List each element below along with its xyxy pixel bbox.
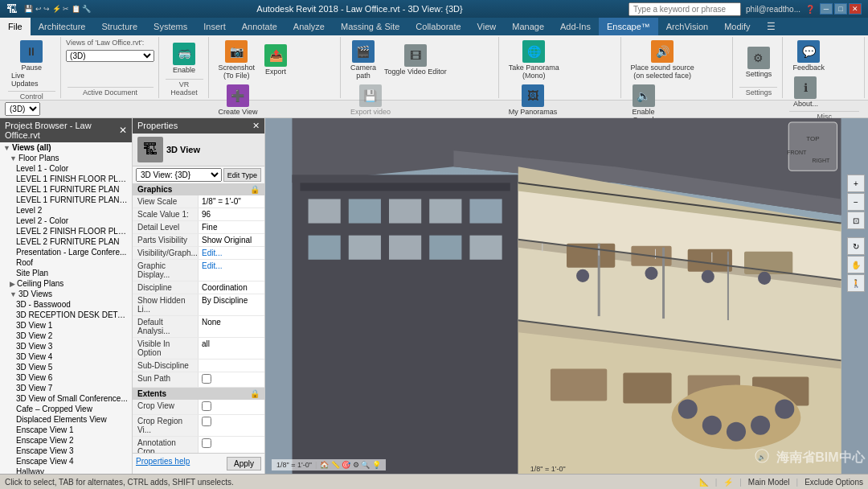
screenshot-button[interactable]: 📷 Screenshot (To File) bbox=[215, 39, 259, 81]
prop-value-discipline[interactable]: Coordination bbox=[199, 281, 264, 294]
view-type-selector[interactable]: 3D View: {3D} bbox=[136, 168, 222, 182]
pause-live-updates-button[interactable]: ⏸ Pause Live Updates bbox=[8, 39, 55, 89]
tree-item-level2-color[interactable]: Level 2 - Color bbox=[0, 216, 132, 226]
tree-item-floor-plans[interactable]: ▼Floor Plans bbox=[0, 153, 132, 163]
close-button[interactable]: ✕ bbox=[849, 3, 862, 14]
prop-value-visible-in-option[interactable]: all bbox=[199, 338, 264, 359]
prop-value-visibility[interactable]: Edit... bbox=[199, 247, 264, 259]
tree-item-3d-reception[interactable]: 3D RECEPTION DESK DETAIL bbox=[0, 310, 132, 320]
tree-item-level2[interactable]: Level 2 bbox=[0, 205, 132, 216]
views-dropdown[interactable]: (3D) bbox=[66, 50, 154, 62]
tree-item-ceiling-plans[interactable]: ▶Ceiling Plans bbox=[0, 278, 132, 289]
zoom-in-button[interactable]: + bbox=[847, 175, 865, 192]
tree-item-level2-finish[interactable]: LEVEL 2 FINISH FLOOR PLAN bbox=[0, 226, 132, 236]
tree-item-enscape3[interactable]: Enscape View 3 bbox=[0, 446, 132, 456]
tree-item-3d-view1[interactable]: 3D View 1 bbox=[0, 320, 132, 331]
tab-insert[interactable]: Insert bbox=[195, 18, 234, 35]
tree-item-presentation[interactable]: Presentation - Large Confere... bbox=[0, 247, 132, 257]
tree-item-3d-basswood[interactable]: 3D - Basswood bbox=[0, 299, 132, 310]
tree-item-cafe[interactable]: Cafe – Cropped View bbox=[0, 404, 132, 414]
tree-item-hallway[interactable]: Hallway bbox=[0, 466, 132, 474]
tree-item-views-all[interactable]: ▼Views (all) bbox=[0, 142, 132, 153]
tab-massing[interactable]: Massing & Site bbox=[333, 18, 407, 35]
tree-item-3d-view2[interactable]: 3D View 2 bbox=[0, 331, 132, 341]
prop-value-show-hidden[interactable]: By Discipline bbox=[199, 294, 264, 315]
annotation-crop-checkbox[interactable] bbox=[202, 438, 211, 448]
tree-item-roof[interactable]: Roof bbox=[0, 257, 132, 268]
create-view-button[interactable]: ➕ Create View bbox=[215, 83, 261, 117]
tab-collaborate[interactable]: Collaborate bbox=[407, 18, 469, 35]
tree-item-level2-furniture[interactable]: LEVEL 2 FURNITURE PLAN bbox=[0, 236, 132, 247]
prop-value-annotation-crop[interactable] bbox=[199, 437, 264, 453]
tree-item-3d-view3[interactable]: 3D View 3 bbox=[0, 341, 132, 351]
walk-view-button[interactable]: 🚶 bbox=[847, 274, 865, 292]
my-panoramas-button[interactable]: 🖼 My Panoramas bbox=[506, 83, 561, 117]
take-panorama-button[interactable]: 🌐 Take Panorama (Mono) bbox=[506, 39, 563, 81]
export-button[interactable]: 📤 Export bbox=[260, 43, 292, 77]
tree-item-enscape1[interactable]: Enscape View 1 bbox=[0, 425, 132, 435]
tab-extra[interactable]: ☰ bbox=[759, 18, 784, 35]
edit-type-button[interactable]: Edit Type bbox=[223, 168, 261, 182]
prop-value-sun-path[interactable] bbox=[199, 372, 264, 387]
prop-value-scale-value[interactable]: 96 bbox=[199, 208, 264, 220]
prop-value-sub-discipline[interactable] bbox=[199, 360, 264, 372]
enable-vr-button[interactable]: 🥽 Enable bbox=[168, 41, 200, 76]
tab-addins[interactable]: Add-Ins bbox=[552, 18, 599, 35]
tab-view[interactable]: View bbox=[469, 18, 505, 35]
active-view-dropdown[interactable]: (3D) bbox=[5, 102, 40, 116]
prop-value-default-analysis[interactable]: None bbox=[199, 316, 264, 337]
toggle-video-editor-button[interactable]: 🎞 Toggle Video Editor bbox=[381, 43, 450, 77]
settings-button[interactable]: ⚙ Settings bbox=[743, 45, 776, 80]
tree-item-enscape4[interactable]: Enscape View 4 bbox=[0, 456, 132, 466]
tree-item-3d-view7[interactable]: 3D View 7 bbox=[0, 383, 132, 393]
zoom-fit-button[interactable]: ⊡ bbox=[847, 212, 865, 229]
tab-file[interactable]: File bbox=[0, 18, 31, 35]
tab-structure[interactable]: Structure bbox=[93, 18, 145, 35]
prop-value-graphic-display[interactable]: Edit... bbox=[199, 260, 264, 281]
search-input[interactable] bbox=[628, 2, 741, 16]
prop-value-parts-visibility[interactable]: Show Original bbox=[199, 234, 264, 246]
prop-value-crop-region[interactable] bbox=[199, 415, 264, 436]
prop-value-crop-view[interactable] bbox=[199, 400, 264, 414]
tab-annotate[interactable]: Annotate bbox=[234, 18, 285, 35]
tab-systems[interactable]: Systems bbox=[145, 18, 195, 35]
props-section-extents[interactable]: Extents 🔒 bbox=[133, 388, 264, 400]
tab-modify[interactable]: Modify bbox=[716, 18, 758, 35]
properties-apply-button[interactable]: Apply bbox=[227, 457, 261, 471]
tree-item-displaced[interactable]: Displaced Elements View bbox=[0, 414, 132, 425]
properties-help-link[interactable]: Properties help bbox=[136, 457, 190, 471]
tree-item-site-plan[interactable]: Site Plan bbox=[0, 268, 132, 278]
prop-value-detail-level[interactable]: Fine bbox=[199, 221, 264, 233]
3d-view-canvas[interactable]: TOP FRONT RIGHT 海南省BIM中心 🔊 1/8" = 1'-0" … bbox=[265, 118, 868, 474]
tree-item-level1-furniture[interactable]: LEVEL 1 FURNITURE PLAN bbox=[0, 184, 132, 195]
tree-item-enscape2[interactable]: Enscape View 2 bbox=[0, 435, 132, 446]
maximize-button[interactable]: □ bbox=[834, 3, 847, 14]
props-section-graphics[interactable]: Graphics 🔒 bbox=[133, 183, 264, 195]
project-browser-header[interactable]: Project Browser - Law Office.rvt ✕ bbox=[0, 118, 132, 142]
tree-item-level1-furniture-l[interactable]: LEVEL 1 FURNITURE PLAN – L... bbox=[0, 195, 132, 205]
tab-analyze[interactable]: Analyze bbox=[285, 18, 333, 35]
zoom-out-button[interactable]: − bbox=[847, 193, 865, 211]
tree-item-3d-view4[interactable]: 3D View 4 bbox=[0, 351, 132, 362]
minimize-button[interactable]: ─ bbox=[820, 3, 833, 14]
tab-enscape[interactable]: Enscape™ bbox=[599, 18, 658, 35]
about-button[interactable]: ℹ About... bbox=[789, 75, 821, 109]
crop-view-checkbox[interactable] bbox=[202, 401, 211, 411]
place-sound-button[interactable]: 🔊 Place sound source (on selected face) bbox=[628, 39, 698, 81]
prop-value-view-scale[interactable]: 1/8" = 1'-0" bbox=[199, 195, 264, 208]
rotate-view-button[interactable]: ↻ bbox=[847, 237, 865, 255]
camera-path-button[interactable]: 🎬 Camera path bbox=[347, 39, 379, 81]
tree-item-3d-small-conf[interactable]: 3D View of Small Conference... bbox=[0, 393, 132, 404]
tab-manage[interactable]: Manage bbox=[504, 18, 552, 35]
tree-item-level1-finish[interactable]: LEVEL 1 FINISH FLOOR PLAN bbox=[0, 174, 132, 184]
pan-view-button[interactable]: ✋ bbox=[847, 256, 865, 273]
properties-close[interactable]: ✕ bbox=[252, 121, 260, 131]
tree-item-3d-views[interactable]: ▼3D Views bbox=[0, 289, 132, 299]
tree-item-level1-color[interactable]: Level 1 - Color bbox=[0, 163, 132, 174]
tree-item-3d-view6[interactable]: 3D View 6 bbox=[0, 372, 132, 383]
tab-architecture[interactable]: Architecture bbox=[31, 18, 94, 35]
project-browser-close[interactable]: ✕ bbox=[119, 125, 127, 136]
tab-archvision[interactable]: ArchVision bbox=[658, 18, 716, 35]
crop-region-checkbox[interactable] bbox=[202, 417, 211, 426]
feedback-button[interactable]: 💬 Feedback bbox=[789, 39, 828, 73]
